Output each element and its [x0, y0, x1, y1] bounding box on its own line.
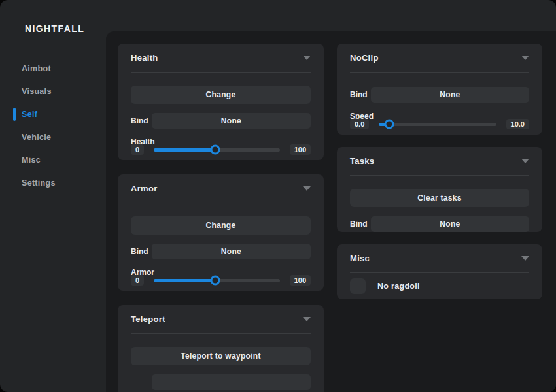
panel-health: Health Change Bind None Health 0 100 — [118, 44, 324, 160]
sidebar-item-label: Vehicle — [22, 133, 51, 142]
slider-max-value: 10.0 — [506, 119, 529, 129]
panel-noclip-header: NoClip — [350, 44, 529, 73]
no-ragdoll-checkbox[interactable] — [350, 278, 366, 294]
sidebar-item-self[interactable]: Self — [0, 108, 106, 121]
health-bind-row: Bind None — [131, 113, 311, 129]
slider-label: Health — [131, 137, 311, 146]
panel-armor: Armor Change Bind None Armor 0 100 — [118, 174, 324, 291]
panel-teleport-header: Teleport — [131, 305, 311, 334]
no-ragdoll-row: No ragdoll — [350, 284, 529, 299]
slider-handle[interactable] — [385, 120, 394, 129]
chevron-down-icon[interactable] — [521, 159, 529, 163]
panel-title: Tasks — [350, 156, 374, 166]
sidebar-item-label: Aimbot — [22, 64, 51, 73]
noclip-speed-slider: 0.0 10.0 — [350, 124, 529, 135]
panel-noclip: NoClip Bind None Speed 0.0 10.0 — [337, 44, 542, 135]
chevron-down-icon[interactable] — [303, 56, 311, 60]
panel-armor-header: Armor — [131, 174, 311, 203]
slider-label: Speed — [350, 112, 529, 121]
health-slider: 0 100 — [131, 150, 311, 160]
slider-fill — [154, 279, 215, 282]
main-content: Health Change Bind None Health 0 100 — [106, 31, 556, 392]
chevron-down-icon[interactable] — [303, 317, 311, 321]
chevron-down-icon[interactable] — [303, 186, 311, 191]
bind-label: Bind — [131, 116, 152, 125]
slider-max-value: 100 — [290, 144, 311, 155]
panel-misc: Misc No ragdoll — [337, 244, 542, 299]
panel-title: NoClip — [350, 53, 379, 63]
slider-label: Armor — [131, 268, 311, 277]
armor-bind-button[interactable]: None — [152, 244, 311, 259]
slider-min-value: 0 — [131, 144, 144, 155]
armor-slider: 0 100 — [131, 280, 311, 291]
slider-max-value: 100 — [290, 275, 311, 286]
bind-label: Bind — [350, 220, 371, 229]
armor-change-button[interactable]: Change — [131, 216, 311, 235]
armor-bind-row: Bind None — [131, 244, 311, 259]
slider-fill — [154, 148, 215, 152]
slider-min-value: 0 — [131, 275, 144, 286]
sidebar: Aimbot Visuals Self Vehicle Misc Setting… — [0, 62, 106, 199]
panel-title: Teleport — [131, 314, 165, 324]
teleport-partial-row — [131, 374, 311, 390]
health-change-button[interactable]: Change — [131, 86, 311, 104]
panel-misc-header: Misc — [350, 244, 529, 273]
panel-title: Armor — [131, 184, 158, 193]
app-title: NIGHTFALL — [25, 24, 84, 34]
sidebar-item-label: Misc — [22, 155, 41, 165]
sidebar-item-visuals[interactable]: Visuals — [0, 85, 106, 98]
panel-tasks-header: Tasks — [350, 147, 529, 176]
panel-teleport: Teleport Teleport to waypoint — [118, 305, 324, 392]
teleport-partial-button[interactable] — [152, 374, 311, 390]
slider-track[interactable] — [154, 148, 280, 152]
bind-label: Bind — [131, 247, 152, 256]
panel-title: Misc — [350, 253, 370, 263]
teleport-waypoint-button[interactable]: Teleport to waypoint — [131, 347, 311, 365]
sidebar-item-label: Settings — [22, 178, 56, 188]
panel-title: Health — [131, 53, 158, 63]
bind-label: Bind — [350, 90, 371, 99]
sidebar-item-settings[interactable]: Settings — [0, 176, 106, 189]
sidebar-item-vehicle[interactable]: Vehicle — [0, 131, 106, 144]
sidebar-item-label: Visuals — [22, 87, 52, 96]
health-bind-button[interactable]: None — [152, 113, 311, 129]
sidebar-item-aimbot[interactable]: Aimbot — [0, 62, 106, 75]
checkbox-label: No ragdoll — [377, 282, 420, 291]
noclip-bind-button[interactable]: None — [371, 87, 529, 103]
slider-track[interactable] — [379, 123, 496, 126]
tasks-bind-row: Bind None — [350, 216, 529, 232]
sidebar-item-misc[interactable]: Misc — [0, 154, 106, 167]
sidebar-item-label: Self — [22, 110, 37, 119]
slider-min-value: 0.0 — [350, 119, 369, 129]
panel-tasks: Tasks Clear tasks Bind None — [337, 147, 542, 232]
slider-handle[interactable] — [211, 276, 220, 286]
panel-health-header: Health — [131, 44, 311, 73]
chevron-down-icon[interactable] — [521, 256, 529, 261]
chevron-down-icon[interactable] — [521, 56, 529, 60]
slider-handle[interactable] — [211, 145, 220, 155]
noclip-bind-row: Bind None — [350, 87, 529, 103]
active-indicator — [13, 108, 16, 121]
clear-tasks-button[interactable]: Clear tasks — [350, 189, 529, 207]
tasks-bind-button[interactable]: None — [371, 216, 529, 232]
app-window: NIGHTFALL Aimbot Visuals Self Vehicle Mi… — [0, 0, 556, 392]
slider-track[interactable] — [154, 279, 280, 282]
